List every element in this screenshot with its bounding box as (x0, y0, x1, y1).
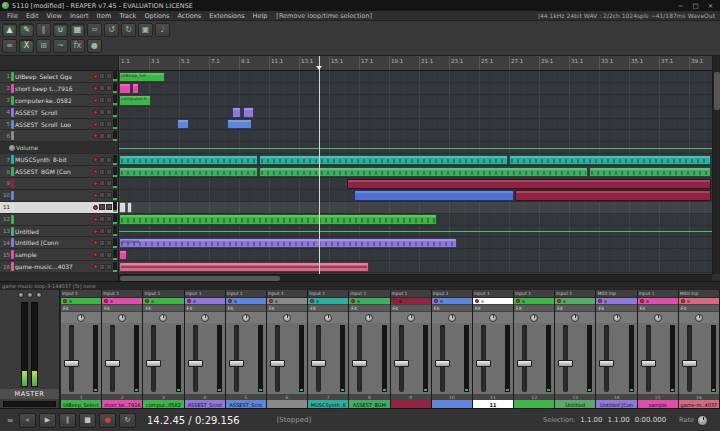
track-row[interactable]: 3computer-ke..0582 (0, 95, 118, 107)
monitor-icon[interactable] (316, 300, 319, 303)
pan-knob-icon[interactable] (695, 314, 703, 322)
pan-control[interactable] (102, 312, 142, 323)
solo-button[interactable] (106, 121, 112, 127)
fx-slot[interactable]: FX (679, 304, 719, 312)
play-button[interactable]: ▶ (39, 413, 56, 428)
repeat-button[interactable]: ↻ (119, 413, 136, 428)
mute-button[interactable] (99, 85, 105, 91)
fader-track[interactable] (316, 325, 321, 392)
arrange-row[interactable] (119, 226, 712, 238)
mixer-strip[interactable]: Input 1FX9 (391, 290, 431, 409)
fader-track[interactable] (522, 325, 527, 392)
transport-position[interactable]: 14.2.45 / 0:29.156 (147, 415, 240, 426)
solo-button[interactable] (106, 192, 112, 198)
vertical-scrollbar[interactable] (712, 56, 720, 274)
mixer-strip[interactable]: Input 1FX1UIBeep_Select (61, 290, 101, 409)
solo-button[interactable] (106, 133, 112, 139)
record-arm-icon[interactable] (310, 299, 314, 303)
record-mode-button[interactable]: ● (87, 39, 102, 53)
monitor-icon[interactable] (275, 300, 278, 303)
fader-handle[interactable] (311, 360, 326, 367)
arrange-row[interactable]: Untitled (119, 237, 712, 249)
media-item[interactable] (243, 107, 254, 117)
fx-slot[interactable]: FX (267, 304, 307, 312)
menu-item[interactable]: Item (93, 12, 116, 20)
input-selector[interactable]: Input 1 (102, 290, 142, 298)
record-arm-button[interactable] (93, 133, 98, 138)
media-item[interactable] (347, 179, 711, 189)
fx-slot[interactable]: FX (226, 304, 266, 312)
pan-knob-icon[interactable] (530, 314, 538, 322)
mute-button[interactable] (99, 180, 105, 186)
pan-knob-icon[interactable] (201, 314, 209, 322)
pan-control[interactable] (596, 312, 636, 323)
pan-control[interactable] (638, 312, 678, 323)
track-name[interactable]: UIBeep_Select Gga (15, 73, 92, 80)
mixer-strip[interactable]: Input 1FX15sample (638, 290, 678, 409)
media-item[interactable] (119, 167, 258, 177)
record-arm-button[interactable] (93, 240, 98, 245)
fader-handle[interactable] (352, 360, 367, 367)
master-knob-icon[interactable] (27, 292, 33, 298)
monitor-icon[interactable] (193, 300, 196, 303)
input-selector[interactable]: Input 1 (432, 290, 472, 298)
arrange-row[interactable] (119, 178, 712, 190)
mixer-strip[interactable]: Input 1FX1111 (473, 290, 513, 409)
fader-handle[interactable] (682, 360, 697, 367)
pointer-tool[interactable]: ▲ (2, 23, 17, 37)
record-arm-button[interactable] (93, 74, 98, 79)
fx-bypass-toggle[interactable]: fx (70, 39, 85, 53)
record-arm-icon[interactable] (393, 299, 397, 303)
arrange-row[interactable]: computer-k (119, 95, 712, 107)
fx-slot[interactable]: FX (308, 304, 348, 312)
fader-track[interactable] (399, 325, 404, 392)
rate-knob-icon[interactable] (697, 415, 708, 426)
fx-slot[interactable]: FX (185, 304, 225, 312)
monitor-icon[interactable] (151, 300, 154, 303)
fader-track[interactable] (604, 325, 609, 392)
monitor-icon[interactable] (687, 300, 690, 303)
mixer-strip[interactable]: Input 1FX7MUSCSynth_8 (308, 290, 348, 409)
mixer-strip[interactable]: Input 1FX2short be..7916 (102, 290, 142, 409)
fader-handle[interactable] (105, 360, 120, 367)
mute-button[interactable] (99, 169, 105, 175)
fader-handle[interactable] (599, 360, 614, 367)
grid-toggle[interactable]: ▦ (70, 23, 85, 37)
envelope-line[interactable] (119, 231, 712, 232)
track-row[interactable]: 7MUSCSynth_8-bit (0, 154, 118, 166)
pan-control[interactable] (349, 312, 389, 323)
arrange-row[interactable] (119, 190, 712, 202)
arrange-row[interactable] (119, 130, 712, 142)
record-arm-icon[interactable] (640, 299, 644, 303)
playback-rate-control[interactable]: Rate (679, 415, 708, 426)
fx-slot[interactable]: FX (102, 304, 142, 312)
record-arm-button[interactable] (93, 122, 98, 127)
media-item[interactable] (509, 155, 711, 165)
record-arm-button[interactable] (93, 98, 98, 103)
fader-handle[interactable] (641, 360, 656, 367)
pan-knob-icon[interactable] (407, 314, 415, 322)
pan-control[interactable] (226, 312, 266, 323)
record-arm-button[interactable] (93, 110, 98, 115)
minimize-button[interactable]: − (673, 1, 688, 10)
input-selector[interactable]: Input 1 (267, 290, 307, 298)
monitor-icon[interactable] (440, 300, 443, 303)
track-name[interactable]: computer-ke..0582 (15, 97, 92, 104)
record-arm-icon[interactable] (351, 299, 355, 303)
arrange-row[interactable]: UIBeep_Sel (119, 71, 712, 83)
track-row[interactable]: 9 (0, 178, 118, 190)
time-selection-readout[interactable]: Selection: 1.1.00 1.1.00 0:00.000 (543, 416, 666, 424)
media-item[interactable] (119, 155, 258, 165)
track-row[interactable]: 8ASSEST_BGM [Con (0, 166, 118, 178)
record-arm-button[interactable] (93, 157, 98, 162)
media-item[interactable] (119, 83, 131, 93)
monitor-icon[interactable] (69, 300, 72, 303)
media-item[interactable] (232, 107, 241, 117)
record-arm-button[interactable] (93, 229, 98, 234)
pan-knob-icon[interactable] (489, 314, 497, 322)
track-row[interactable]: 11 (0, 202, 118, 214)
pencil-tool[interactable]: ✎ (19, 23, 34, 37)
record-arm-icon[interactable] (475, 299, 479, 303)
track-name[interactable]: ASSEST_Scroll (15, 109, 92, 116)
fader-track[interactable] (687, 325, 692, 392)
